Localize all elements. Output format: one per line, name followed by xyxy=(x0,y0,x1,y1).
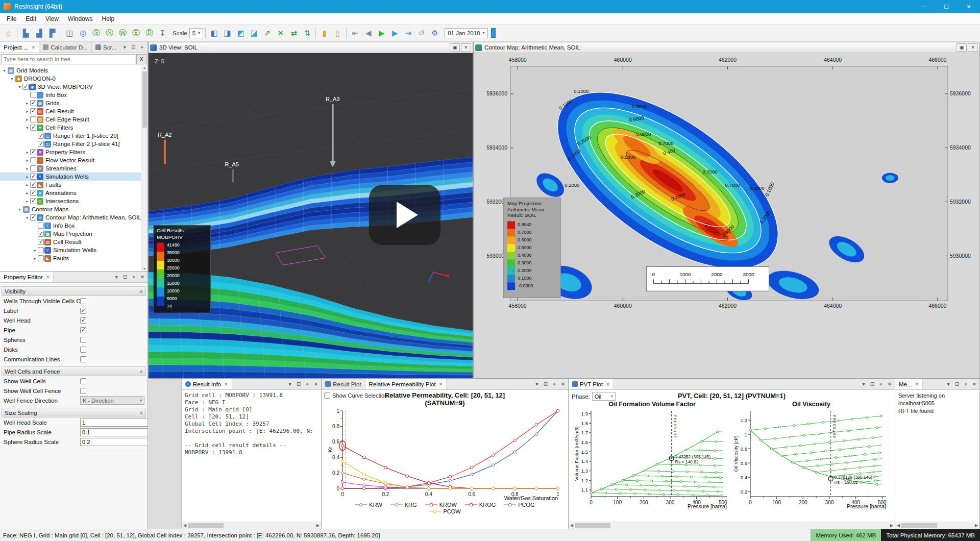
scroll-thumb[interactable] xyxy=(901,523,937,528)
chevron-down-icon[interactable]: ▾ xyxy=(120,43,129,52)
wells-crossing-icon[interactable]: ✕ xyxy=(274,27,287,39)
video-play-overlay[interactable] xyxy=(369,185,440,245)
tree-checkbox[interactable] xyxy=(30,116,36,122)
wells-through-visible-cells-only-checkbox[interactable] xyxy=(80,298,86,304)
well-head-scale-input[interactable] xyxy=(80,419,148,427)
tree-checkbox[interactable] xyxy=(22,84,29,90)
wells-spheres-icon[interactable]: ⇅ xyxy=(301,27,313,39)
close-icon[interactable]: ✕ xyxy=(138,273,146,281)
scroll-thumb[interactable] xyxy=(142,71,147,128)
float-icon[interactable]: ⊡ xyxy=(868,380,876,388)
animation-step-back-icon[interactable]: ◀ xyxy=(362,27,375,39)
tab-property-editor[interactable]: Property Editor✕ xyxy=(0,272,54,282)
float-icon[interactable]: ⊡ xyxy=(953,380,961,388)
tree-item-intersections[interactable]: ▸◇Intersections xyxy=(0,197,141,205)
pipe-checkbox[interactable] xyxy=(80,327,86,333)
show-grid-surface-icon[interactable]: ◩ xyxy=(234,27,247,39)
tree-item-simulation-wells[interactable]: ▸YSimulation Wells xyxy=(0,246,141,254)
legend-krog[interactable]: KROG xyxy=(465,502,496,508)
spheres-checkbox[interactable] xyxy=(80,337,86,343)
timestep-select[interactable]: 01.Jan 2018▾ xyxy=(445,28,487,38)
open-project-icon[interactable]: ⌂ xyxy=(2,27,15,39)
minimize-icon[interactable]: ─ xyxy=(913,0,935,13)
tab-pvt-plot[interactable]: PVT Plot✕ xyxy=(569,379,614,389)
tree-item-property-filters[interactable]: ▸▼Property Filters xyxy=(0,148,141,156)
well-head-checkbox[interactable] xyxy=(80,317,86,324)
float-icon[interactable]: ⊡ xyxy=(542,380,550,388)
close-icon[interactable]: ✕ xyxy=(32,45,36,50)
tab-project[interactable]: Project ...✕ xyxy=(0,42,39,53)
show-grid-cells-icon[interactable]: ◨ xyxy=(221,27,234,39)
show-grid-box-icon[interactable]: ◧ xyxy=(208,27,220,39)
menu-file[interactable]: File xyxy=(2,14,21,23)
animation-last-frame-icon[interactable]: ⇥ xyxy=(402,27,414,39)
expander-icon[interactable]: ▸ xyxy=(24,175,30,179)
scroll-right-icon[interactable]: ▶ xyxy=(890,523,893,528)
result-info-scrollbar[interactable]: ◀▶ xyxy=(182,522,321,529)
tree-item-range-filter-1-i-slice-20[interactable]: ◫Range Filter 1 [I-slice 20] xyxy=(0,132,141,140)
expander-icon[interactable]: ▾ xyxy=(24,126,30,130)
expander-icon[interactable]: ▸ xyxy=(24,101,30,106)
menu-windows[interactable]: Windows xyxy=(63,14,97,23)
pipe-radius-scale-input[interactable] xyxy=(80,428,148,436)
tree-scrollbar[interactable]: ▲▼ xyxy=(141,65,148,271)
scroll-up-icon[interactable]: ▲ xyxy=(143,66,146,69)
tree-item-range-filter-2-j-slice-41[interactable]: ◫Range Filter 2 [J-slice 41] xyxy=(0,140,141,148)
tree-item-cell-result[interactable]: ▸▤Cell Result xyxy=(0,107,141,115)
tree-item-faults[interactable]: ▸◣Faults xyxy=(0,181,141,189)
expander-icon[interactable]: ▾ xyxy=(17,207,22,212)
section-header-size-scaling[interactable]: Size Scaling∧ xyxy=(2,408,146,417)
animation-first-frame-icon[interactable]: ⇤ xyxy=(349,27,361,39)
expander-icon[interactable]: ▸ xyxy=(32,248,38,253)
sphere-radius-scale-input[interactable] xyxy=(80,438,148,446)
expander-icon[interactable]: ▸ xyxy=(24,117,30,122)
tree-item-drogon-0[interactable]: ▾◆DROGON-0 xyxy=(0,75,141,83)
chevron-down-icon[interactable]: ▾ xyxy=(286,380,294,388)
tree-checkbox[interactable] xyxy=(30,149,36,155)
phase-select[interactable]: Oil▾ xyxy=(592,392,616,401)
menu-help[interactable]: Help xyxy=(97,14,119,23)
tree-item-contour-maps[interactable]: ▾▦Contour Maps xyxy=(0,205,141,213)
expander-icon[interactable]: ▾ xyxy=(24,215,30,220)
tree-item-cell-result[interactable]: ▤Cell Result xyxy=(0,238,141,246)
expander-icon[interactable]: ▾ xyxy=(17,85,22,89)
float-icon[interactable]: ⊡ xyxy=(129,43,137,52)
measurement-polyline-icon[interactable]: ▯ xyxy=(331,27,344,39)
tree-checkbox[interactable] xyxy=(30,157,36,163)
tab-me[interactable]: Me...✕ xyxy=(895,379,923,389)
tree-checkbox[interactable] xyxy=(30,100,36,106)
section-header-well-cells-and-fence[interactable]: Well Cells and Fence∧ xyxy=(2,366,146,376)
tree-checkbox[interactable] xyxy=(38,255,44,261)
tree-item-grids[interactable]: ▸▦Grids xyxy=(0,99,141,107)
scroll-left-icon[interactable]: ◀ xyxy=(897,523,900,528)
view-from-north-icon[interactable]: Ⓝ xyxy=(103,27,116,39)
scroll-thumb[interactable] xyxy=(575,523,610,528)
close-icon[interactable]: ✕ xyxy=(559,380,567,388)
section-header-visibility[interactable]: Visibility∧ xyxy=(2,286,146,296)
tree-item-info-box[interactable]: iInfo Box xyxy=(0,91,141,99)
wells-pipes-icon[interactable]: ⇄ xyxy=(287,27,300,39)
close-icon[interactable]: ✕ xyxy=(461,43,471,52)
pin-icon[interactable]: ⌖ xyxy=(138,43,146,52)
tree-checkbox[interactable] xyxy=(38,133,44,139)
legend-pcow[interactable]: PCOW xyxy=(429,508,460,514)
tree-item-faults[interactable]: ▸◣Faults xyxy=(0,254,141,262)
chevron-down-icon[interactable]: ▾ xyxy=(944,380,952,388)
measurement-icon[interactable]: ▮ xyxy=(318,27,331,39)
expander-icon[interactable]: ▾ xyxy=(2,68,7,73)
view-from-south-icon[interactable]: Ⓢ xyxy=(90,27,103,39)
legend-krg[interactable]: KRG xyxy=(390,502,417,508)
tree-checkbox[interactable] xyxy=(30,174,36,180)
tree-item-simulation-wells[interactable]: ▸YSimulation Wells xyxy=(0,173,141,181)
tree-item-streamlines[interactable]: ▸✕Streamlines xyxy=(0,164,141,173)
tree-checkbox[interactable] xyxy=(38,223,44,229)
expander-icon[interactable]: ▸ xyxy=(24,183,30,187)
tree-checkbox[interactable] xyxy=(30,92,36,98)
well-fence-direction-select[interactable]: K - Direction▾ xyxy=(80,396,144,405)
tree-checkbox[interactable] xyxy=(30,125,36,131)
label-checkbox[interactable] xyxy=(80,308,86,314)
scroll-left-icon[interactable]: ◀ xyxy=(183,523,186,528)
maximize-icon[interactable]: ☐ xyxy=(935,0,958,13)
close-icon[interactable]: ✕ xyxy=(312,380,320,388)
pin-icon[interactable]: ⌖ xyxy=(877,380,885,388)
